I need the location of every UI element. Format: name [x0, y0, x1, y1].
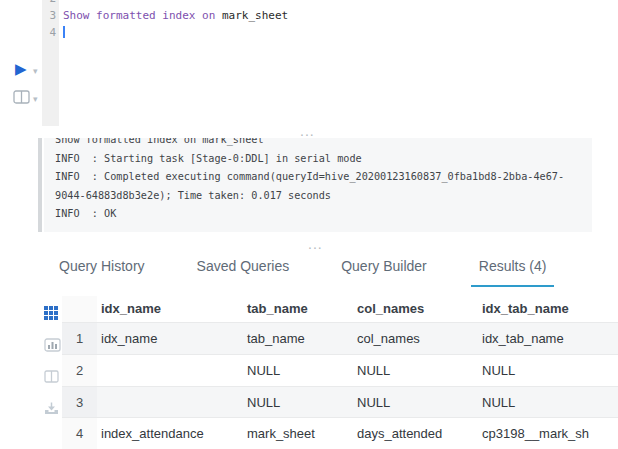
log-line: INFO : Completed executing command(query…	[55, 168, 581, 187]
table-cell: tab_name	[243, 323, 353, 354]
table-cell: idx_name	[97, 323, 243, 354]
column-header: tab_name	[243, 296, 353, 322]
log-line: Show formatted index on mark_sheet	[55, 138, 581, 150]
line-number: 4	[42, 24, 59, 41]
column-header: idx_tab_name	[478, 296, 618, 322]
open-book-button[interactable]	[13, 90, 30, 108]
results-panel-resize-handle[interactable]: ...	[308, 241, 323, 247]
row-number: 1	[62, 323, 97, 354]
table-cell: NULL	[478, 387, 618, 418]
code-line: Show formatted index on mark_sheet	[59, 7, 618, 24]
grid-icon	[44, 306, 58, 320]
text-cursor	[63, 26, 65, 38]
open-book-icon	[13, 90, 30, 104]
line-number: 2	[42, 0, 59, 7]
log-line: INFO : Starting task [Stage-0:DDL] in se…	[55, 150, 581, 169]
code-line	[59, 0, 618, 7]
table-cell: NULL	[478, 355, 618, 386]
editor-line-number-gutter: 2 3 4	[42, 0, 59, 126]
row-number: 2	[62, 355, 97, 386]
code-line	[59, 24, 618, 41]
row-number-header	[62, 296, 97, 322]
sql-identifier-text: mark_sheet	[222, 9, 288, 22]
tab-saved-queries[interactable]: Saved Queries	[197, 252, 290, 285]
table-cell: idx_tab_name	[478, 323, 618, 354]
execute-query-button[interactable]: ▶	[15, 61, 27, 76]
row-number: 3	[62, 387, 97, 418]
sql-code-editor[interactable]: 2 3 4 Show formatted index on mark_sheet	[42, 0, 618, 126]
table-row: 2 NULL NULL NULL	[62, 354, 618, 386]
results-tab-bar: Query History Saved Queries Query Builde…	[0, 252, 618, 294]
table-cell: NULL	[353, 387, 478, 418]
hue-sql-editor: ▶ ▾ ▾ 2 3 4 Show formatted index on mark…	[0, 0, 618, 449]
tab-query-builder[interactable]: Query Builder	[341, 252, 427, 285]
line-number: 3	[42, 7, 59, 24]
table-cell: mark_sheet	[243, 418, 353, 449]
editor-code-area[interactable]: Show formatted index on mark_sheet	[59, 0, 618, 126]
sql-keyword-text: Show formatted index on	[63, 9, 222, 22]
open-book-dropdown-caret-icon[interactable]: ▾	[33, 94, 38, 104]
table-cell: days_attended	[353, 418, 478, 449]
table-row: 4 index_attendance mark_sheet days_atten…	[62, 417, 618, 449]
results-table-header: idx_name tab_name col_names idx_tab_name	[62, 296, 618, 322]
table-cell	[97, 387, 243, 418]
tab-results[interactable]: Results (4)	[471, 252, 555, 287]
table-row: 1 idx_name tab_name col_names idx_tab_na…	[62, 322, 618, 354]
table-cell	[97, 355, 243, 386]
results-table: idx_name tab_name col_names idx_tab_name…	[62, 296, 618, 449]
query-progress-strip	[38, 138, 42, 232]
tab-query-history[interactable]: Query History	[59, 252, 145, 285]
execution-log-panel: Show formatted index on mark_sheet INFO …	[44, 138, 592, 232]
row-number: 4	[62, 418, 97, 449]
table-cell: NULL	[353, 355, 478, 386]
log-line: 9044-64883d8b3e2e); Time taken: 0.017 se…	[55, 187, 581, 206]
column-header: idx_name	[97, 296, 243, 322]
table-row: 3 NULL NULL NULL	[62, 386, 618, 418]
column-header: col_names	[353, 296, 478, 322]
log-line: INFO : OK	[55, 205, 581, 224]
bar-chart-icon	[44, 338, 61, 352]
table-cell: NULL	[243, 355, 353, 386]
download-icon	[44, 402, 59, 415]
table-cell: cp3198__mark_sh	[478, 418, 618, 449]
table-cell: index_attendance	[97, 418, 243, 449]
table-cell: col_names	[353, 323, 478, 354]
columns-icon	[44, 370, 59, 383]
execute-dropdown-caret-icon[interactable]: ▾	[33, 66, 38, 76]
log-panel-resize-handle[interactable]: ...	[300, 128, 315, 134]
table-cell: NULL	[243, 387, 353, 418]
